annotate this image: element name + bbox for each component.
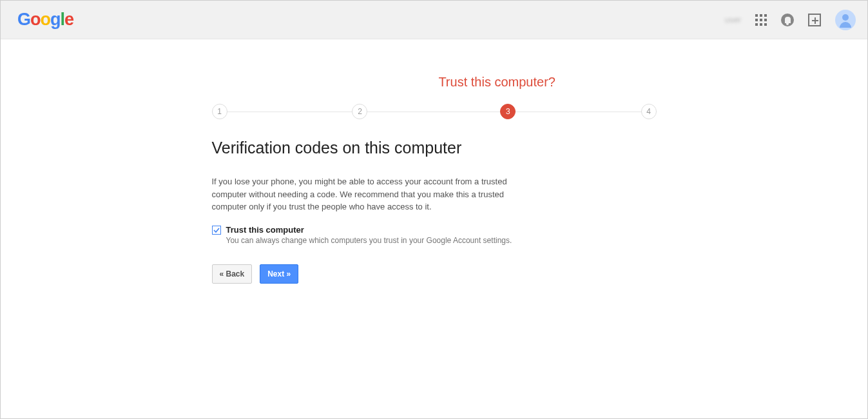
step-title: Trust this computer? [438,75,555,90]
trust-checkbox-label: Trust this computer [226,225,512,235]
content: Trust this computer? 1 2 3 4 Verificatio… [1,39,867,284]
header: Google user [1,1,867,39]
stepper-wrap: Trust this computer? 1 2 3 4 [212,39,657,119]
next-button[interactable]: Next » [260,264,298,284]
page-heading: Verification codes on this computer [212,139,657,157]
header-right: user [725,10,856,30]
share-icon[interactable] [808,14,821,26]
google-logo[interactable]: Google [17,10,73,30]
step-1: 1 [212,104,227,119]
trust-checkbox[interactable] [212,226,221,235]
avatar[interactable] [835,10,856,30]
step-3: 3 [500,104,516,119]
step-2: 2 [352,104,367,119]
trust-checkbox-row: Trust this computer You can always chang… [212,225,657,245]
notifications-icon[interactable] [781,14,794,26]
trust-checkbox-labels: Trust this computer You can always chang… [226,225,512,245]
user-label: user [725,15,741,24]
page-description: If you lose your phone, you might be abl… [212,175,515,213]
apps-icon[interactable] [755,14,767,26]
step-4: 4 [641,104,657,119]
stepper-line [212,112,657,112]
stepper: 1 2 3 4 [212,104,657,119]
back-button[interactable]: « Back [212,264,253,284]
main: Verification codes on this computer If y… [212,139,657,284]
trust-checkbox-sublabel: You can always change which computers yo… [226,236,512,245]
button-row: « Back Next » [212,264,657,284]
